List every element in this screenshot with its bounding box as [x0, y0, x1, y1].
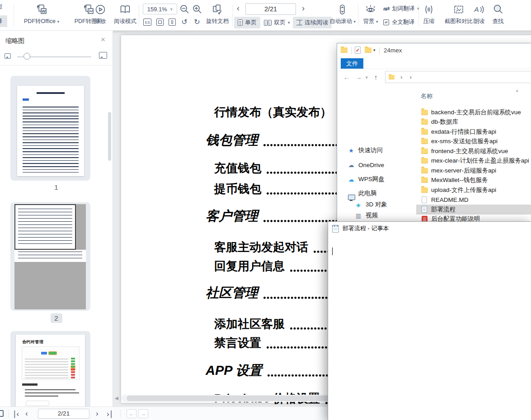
ribbon-tab[interactable]	[387, 58, 410, 69]
file-name: upload-文件上传服务api	[431, 186, 496, 194]
up-icon[interactable]: ↑	[374, 73, 378, 81]
file-type-icon	[421, 129, 428, 135]
notepad-titlebar[interactable]: 部署流程 - 记事本	[328, 222, 531, 235]
nav-item[interactable]: ★ 快速访问	[337, 145, 416, 155]
compress-icon	[419, 1, 438, 18]
word-translate-button[interactable]: a⇄ 划词翻译 ▾	[383, 3, 419, 14]
history-back-button[interactable]: ←	[127, 409, 136, 418]
file-row[interactable]: mex-clear-计划任务止盈止损服务api	[416, 156, 531, 166]
toolbar-cut-button-bottom[interactable]: 译	[0, 15, 7, 27]
last-page-button[interactable]: ›∣	[107, 408, 113, 419]
file-list: backend-主交易后台前端系统vue db-数据库 exdata-行情接口服…	[416, 107, 531, 224]
text-line	[333, 398, 531, 408]
notepad-text-area[interactable]	[333, 247, 531, 420]
single-page-button[interactable]: 单页	[234, 17, 260, 28]
previous-page-button[interactable]: ‹	[25, 408, 28, 419]
file-name: mex-server-后端服务api	[431, 167, 496, 175]
nav-item[interactable]: 此电脑	[337, 188, 416, 198]
single-page-icon	[238, 19, 243, 26]
thumbnail-page-3[interactable]: 合约对管理	[10, 331, 90, 410]
file-row[interactable]: 部署流程	[416, 205, 531, 215]
play-button[interactable]: 播放	[90, 1, 110, 29]
file-name: db-数据库	[431, 118, 458, 126]
chevron-down-icon: ▾	[353, 19, 356, 24]
continuous-read-button[interactable]: 连续阅读	[293, 17, 332, 28]
zoom-in-button[interactable]	[192, 4, 202, 14]
sidebar-scrollbar[interactable]	[108, 112, 111, 161]
first-page-button[interactable]: ∣‹	[13, 408, 19, 419]
find-button[interactable]: 查找	[489, 1, 507, 29]
chevron-down-icon[interactable]: ▾	[373, 48, 376, 52]
full-translate-button[interactable]: ⇄ 全文翻译	[383, 16, 414, 28]
file-row[interactable]: mex-server-后端服务api	[416, 166, 531, 176]
sort-ascending-icon[interactable]: ∧	[516, 89, 519, 93]
nav-item[interactable]: ☁ OneDrive	[337, 160, 416, 170]
file-type-icon	[421, 149, 428, 154]
rotate-left-icon[interactable]: ↺	[179, 17, 190, 27]
fit-width-button[interactable]	[167, 17, 178, 27]
breadcrumb[interactable]	[385, 71, 531, 83]
recent-locations-icon[interactable]: ∨	[365, 75, 368, 79]
auto-scroll-button[interactable]: 自动滚动 ▾	[328, 1, 357, 29]
background-button[interactable]: 背景 ▾	[360, 1, 381, 29]
scroll-left-icon[interactable]: ◀	[115, 396, 118, 401]
file-row[interactable]: exdata-行情接口服务api	[416, 127, 531, 137]
toolbar-divider	[418, 5, 419, 26]
close-icon[interactable]: ×	[101, 35, 105, 44]
thumbnail-page-2[interactable]	[10, 202, 90, 311]
file-type-icon	[421, 139, 428, 144]
nav-item[interactable]: ◈ 3D 对象	[337, 200, 416, 210]
ribbon-tab[interactable]	[363, 58, 387, 69]
ribbon-tab[interactable]	[410, 58, 434, 69]
text-line	[333, 370, 531, 379]
file-row[interactable]: upload-文件上传服务api	[416, 185, 531, 195]
rotate-document-button[interactable]: 旋转文档	[204, 1, 230, 29]
chevron-down-icon: ∨	[170, 7, 173, 11]
nav-item-label: 快速访问	[358, 146, 383, 154]
page-indicator-input[interactable]: 2/21	[38, 409, 89, 419]
properties-check-icon[interactable]: ✓	[355, 47, 361, 54]
tab-file[interactable]: 文件	[341, 58, 363, 69]
file-row[interactable]: backend-主交易后台前端系统vue	[416, 107, 531, 117]
next-page-button[interactable]: ›	[96, 408, 99, 419]
slider-knob[interactable]	[23, 53, 30, 60]
toolbar-cut-button-top[interactable]: 型	[0, 1, 7, 13]
folder-icon[interactable]	[365, 47, 371, 53]
nav-item[interactable]: ☁ WPS网盘	[337, 174, 416, 184]
explorer-titlebar[interactable]: ✓ ▾ 24mex	[337, 43, 531, 58]
file-row[interactable]: db-数据库	[416, 117, 531, 127]
thumbnail-page-1[interactable]	[10, 76, 90, 181]
file-row[interactable]: frontend-主交易前端系统vue	[416, 146, 531, 156]
zoom-out-button[interactable]	[179, 4, 190, 14]
file-row[interactable]: README.MD	[416, 195, 531, 205]
full-translate-icon: ⇄	[383, 19, 389, 25]
cut-tool-icon[interactable]	[0, 410, 4, 417]
rotate-right-icon[interactable]: ↻	[192, 17, 202, 27]
column-header-name[interactable]: 名称	[421, 92, 432, 100]
breadcrumb-item[interactable]	[406, 74, 416, 80]
file-row[interactable]: ex-sms-发送短信服务api	[416, 137, 531, 147]
notepad-icon	[332, 225, 339, 233]
double-page-button[interactable]: 双页▾	[260, 17, 294, 28]
viewport-indicator[interactable]	[14, 204, 76, 250]
back-icon[interactable]: ←	[343, 73, 350, 81]
file-row[interactable]: MexWallet--钱包服务	[416, 176, 531, 186]
fit-page-button[interactable]	[155, 17, 165, 27]
read-aloud-button[interactable]: A 朗读	[470, 1, 488, 29]
forward-icon[interactable]: →	[355, 73, 362, 81]
zoom-level-select[interactable]: 159.1%∨	[143, 4, 177, 14]
compress-button[interactable]: 压缩	[419, 1, 438, 29]
breadcrumb-item[interactable]	[397, 74, 406, 80]
nav-item[interactable]: ▥ 视频	[337, 210, 416, 220]
zoom-small-icon[interactable]	[5, 53, 11, 59]
file-type-icon	[421, 158, 428, 163]
zoom-large-icon[interactable]	[99, 52, 107, 59]
previous-page-button[interactable]: ‹	[237, 4, 240, 13]
actual-size-button[interactable]: 1:1	[142, 17, 153, 27]
read-mode-button[interactable]: 阅读模式	[111, 1, 139, 29]
next-page-button[interactable]: ›	[302, 4, 305, 13]
page-indicator-input[interactable]: 2/21	[245, 3, 296, 15]
chevron-down-icon: ▾	[57, 19, 59, 24]
pdf-to-office-button[interactable]: W PDF转Office ▾	[16, 1, 67, 29]
history-forward-button[interactable]: →	[138, 409, 148, 418]
